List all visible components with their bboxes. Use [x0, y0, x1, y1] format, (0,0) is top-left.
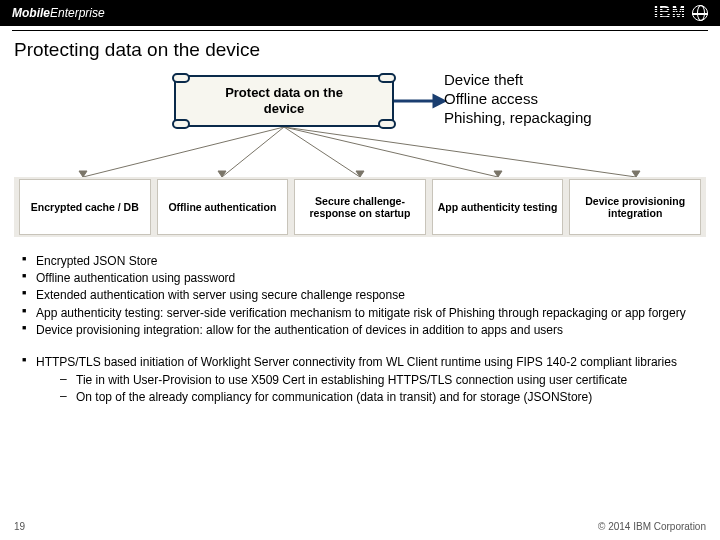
brand-right: IBM — [654, 4, 708, 22]
root-label: Protect data on the device — [225, 85, 343, 116]
bullet-block-2: HTTPS/TLS based initiation of Worklight … — [22, 354, 698, 406]
child-node: Device provisioning integration — [569, 179, 701, 235]
threat-list: Device theft Offline access Phishing, re… — [444, 71, 592, 127]
brand-bold: Mobile — [12, 6, 50, 20]
child-node: Encrypted cache / DB — [19, 179, 151, 235]
sub-bullet: On top of the already compliancy for com… — [60, 389, 698, 405]
threat-item: Offline access — [444, 90, 592, 109]
bullet-item: HTTPS/TLS based initiation of Worklight … — [22, 354, 698, 406]
child-node: Secure challenge-response on startup — [294, 179, 426, 235]
ibm-logo: IBM — [654, 4, 686, 22]
page-title: Protecting data on the device — [14, 39, 706, 61]
child-node: App authenticity testing — [432, 179, 564, 235]
globe-icon — [692, 5, 708, 21]
svg-line-4 — [284, 127, 636, 177]
root-node: Protect data on the device — [174, 75, 394, 127]
child-node: Offline authentication — [157, 179, 289, 235]
bullet-block-1: Encrypted JSON Store Offline authenticat… — [22, 253, 698, 338]
footer: 19 © 2014 IBM Corporation — [0, 521, 720, 532]
diagram: Protect data on the device Device theft … — [14, 71, 706, 241]
bullet-item: App authenticity testing: server-side ve… — [22, 305, 698, 321]
svg-line-3 — [284, 127, 498, 177]
header-bar: MobileEnterprise IBM — [0, 0, 720, 26]
svg-marker-11 — [434, 96, 444, 106]
svg-line-2 — [284, 127, 360, 177]
brand-left: MobileEnterprise — [12, 6, 105, 20]
brand-light: Enterprise — [50, 6, 105, 20]
bullet-text: HTTPS/TLS based initiation of Worklight … — [36, 355, 677, 369]
threat-item: Phishing, repackaging — [444, 109, 592, 128]
child-row: Encrypted cache / DB Offline authenticat… — [14, 177, 706, 237]
header-rule — [12, 30, 708, 31]
page-number: 19 — [14, 521, 25, 532]
svg-line-0 — [83, 127, 284, 177]
sub-bullet: Tie in with User-Provision to use X509 C… — [60, 372, 698, 388]
bullet-item: Extended authentication with server usin… — [22, 287, 698, 303]
threat-item: Device theft — [444, 71, 592, 90]
bullet-item: Offline authentication using password — [22, 270, 698, 286]
bullet-item: Encrypted JSON Store — [22, 253, 698, 269]
bullet-item: Device provisioning integration: allow f… — [22, 322, 698, 338]
copyright: © 2014 IBM Corporation — [598, 521, 706, 532]
